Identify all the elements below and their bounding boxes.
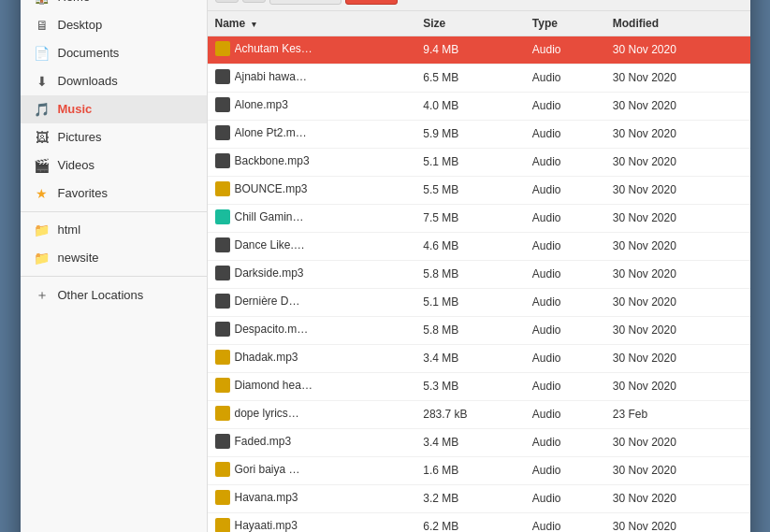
table-row[interactable]: Hayaati.mp3 6.2 MB Audio 30 Nov 2020 [208,512,750,532]
file-modified: 30 Nov 2020 [605,92,750,120]
file-modified: 30 Nov 2020 [605,36,750,64]
sidebar-item-documents[interactable]: 📄 Documents [21,39,207,67]
file-type: Audio [525,372,605,400]
breadcrumb-music[interactable]: Music [345,0,398,5]
file-modified: 30 Nov 2020 [605,232,750,260]
file-type: Audio [525,512,605,532]
sidebar-item-favorites[interactable]: ★ Favorites [21,180,207,208]
sidebar: 🏠 Home 🖥 Desktop 📄 Documents ⬇ Downloads… [21,0,208,532]
file-name-cell: Faded.mp3 [208,428,416,456]
file-icon [215,125,230,140]
nav-bar: ◀ ▶ 🏠 genex Music [208,0,750,11]
table-row[interactable]: Alone Pt2.m… 5.9 MB Audio 30 Nov 2020 [208,120,750,148]
file-size: 5.5 MB [415,176,525,204]
file-type: Audio [525,92,605,120]
file-icon [215,153,230,168]
folder-icon-newsite: 📁 [34,251,51,266]
table-row[interactable]: Chill Gamin… 7.5 MB Audio 30 Nov 2020 [208,204,750,232]
sidebar-item-home[interactable]: 🏠 Home [21,0,207,11]
file-name-cell: Despacito.m… [208,316,416,344]
table-row[interactable]: dope lyrics… 283.7 kB Audio 23 Feb [208,400,750,428]
sort-arrow-name: ▾ [252,20,256,29]
file-name-cell: Ajnabi hawa… [208,64,416,92]
file-modified: 30 Nov 2020 [605,428,750,456]
col-modified[interactable]: Modified [605,11,750,36]
file-table-container: Name ▾ Size Type Modified Achutam Kes… [208,11,750,533]
file-icon [215,69,230,84]
table-row[interactable]: Diamond hea… 5.3 MB Audio 30 Nov 2020 [208,372,750,400]
file-modified: 30 Nov 2020 [605,260,750,288]
desktop-icon: 🖥 [34,18,51,33]
file-name: Hayaati.mp3 [235,519,298,532]
file-size: 7.5 MB [415,204,525,232]
file-icon [215,237,230,252]
file-size: 5.1 MB [415,288,525,316]
sidebar-item-newsite[interactable]: 📁 newsite [21,244,207,272]
file-name: Achutam Kes… [235,42,312,55]
file-modified: 30 Nov 2020 [605,456,750,484]
back-button[interactable]: ◀ [215,0,239,3]
sidebar-item-desktop-label: Desktop [58,18,103,32]
file-type: Audio [525,204,605,232]
sidebar-item-downloads[interactable]: ⬇ Downloads [21,67,207,95]
sidebar-item-music-label: Music [58,102,93,116]
file-type: Audio [525,484,605,512]
forward-button[interactable]: ▶ [242,0,266,3]
sidebar-divider-2 [21,276,207,277]
sidebar-item-music[interactable]: 🎵 Music [21,95,207,123]
sidebar-item-downloads-label: Downloads [58,74,118,88]
file-modified: 30 Nov 2020 [605,484,750,512]
table-row[interactable]: Achutam Kes… 9.4 MB Audio 30 Nov 2020 [208,36,750,64]
file-size: 5.8 MB [415,316,525,344]
table-row[interactable]: Dance Like.… 4.6 MB Audio 30 Nov 2020 [208,232,750,260]
col-type[interactable]: Type [525,11,605,36]
sidebar-item-desktop[interactable]: 🖥 Desktop [21,11,207,39]
add-icon: ＋ [34,287,51,304]
sidebar-item-html[interactable]: 📁 html [21,216,207,244]
file-icon [215,181,230,196]
file-icon [215,406,230,421]
file-icon [215,434,230,449]
file-type: Audio [525,36,605,64]
table-row[interactable]: Despacito.m… 5.8 MB Audio 30 Nov 2020 [208,316,750,344]
file-name-cell: Dance Like.… [208,232,416,260]
file-type: Audio [525,316,605,344]
file-name-cell: Alone Pt2.m… [208,120,416,148]
file-modified: 30 Nov 2020 [605,344,750,372]
breadcrumb-genex[interactable]: 🏠 genex [269,0,341,5]
table-row[interactable]: Gori baiya … 1.6 MB Audio 30 Nov 2020 [208,456,750,484]
file-name-cell: Darkside.mp3 [208,260,416,288]
col-name[interactable]: Name ▾ [208,11,416,36]
file-name: Diamond hea… [235,379,312,392]
sidebar-item-other-locations[interactable]: ＋ Other Locations [21,280,207,310]
table-row[interactable]: Havana.mp3 3.2 MB Audio 30 Nov 2020 [208,484,750,512]
table-row[interactable]: Ajnabi hawa… 6.5 MB Audio 30 Nov 2020 [208,64,750,92]
table-row[interactable]: BOUNCE.mp3 5.5 MB Audio 30 Nov 2020 [208,176,750,204]
table-row[interactable]: Darkside.mp3 5.8 MB Audio 30 Nov 2020 [208,260,750,288]
table-row[interactable]: Backbone.mp3 5.1 MB Audio 30 Nov 2020 [208,148,750,176]
sidebar-item-pictures[interactable]: 🖼 Pictures [21,123,207,151]
file-name-cell: Diamond hea… [208,372,416,400]
sidebar-item-newsite-label: newsite [58,251,99,265]
sidebar-item-pictures-label: Pictures [58,130,102,144]
file-icon [215,209,230,224]
table-row[interactable]: Alone.mp3 4.0 MB Audio 30 Nov 2020 [208,92,750,120]
file-modified: 30 Nov 2020 [605,316,750,344]
table-row[interactable]: Dernière D… 5.1 MB Audio 30 Nov 2020 [208,288,750,316]
file-name: Ajnabi hawa… [235,70,307,83]
videos-icon: 🎬 [34,158,51,173]
pictures-icon: 🖼 [34,130,51,145]
sidebar-item-videos[interactable]: 🎬 Videos [21,151,207,180]
file-name-cell: BOUNCE.mp3 [208,176,416,204]
table-row[interactable]: Faded.mp3 3.4 MB Audio 30 Nov 2020 [208,428,750,456]
file-icon [215,518,230,533]
file-size: 4.6 MB [415,232,525,260]
col-size[interactable]: Size [415,11,525,36]
file-name-cell: Dernière D… [208,288,416,316]
table-row[interactable]: Dhadak.mp3 3.4 MB Audio 30 Nov 2020 [208,344,750,372]
file-icon [215,462,230,477]
file-type: Audio [525,176,605,204]
folder-icon-html: 📁 [34,223,51,237]
documents-icon: 📄 [34,46,51,61]
file-name: Havana.mp3 [235,491,298,504]
